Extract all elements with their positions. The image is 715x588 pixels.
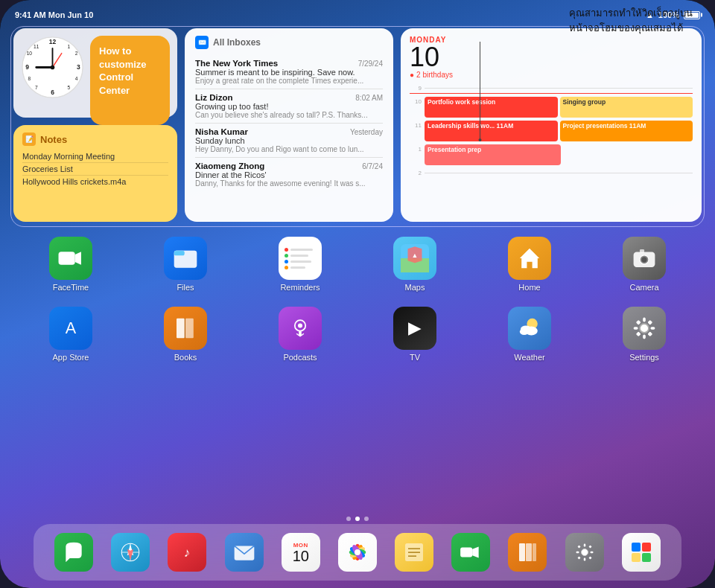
svg-point-16 [51,65,55,70]
cal-date: 10 [410,44,693,71]
page-dot-3[interactable] [364,517,369,521]
dock-calendar-date: 10 [293,549,309,563]
svg-rect-74 [533,543,536,561]
svg-rect-51 [636,331,641,336]
control-center-line2: customize [99,59,147,70]
status-time: 9:41 AM Mon Jun 10 [15,10,93,19]
svg-marker-71 [472,547,479,558]
dock-books[interactable] [508,533,547,572]
app-weather[interactable]: Weather [503,307,556,362]
dock-settings[interactable] [565,533,604,572]
app-settings[interactable]: Settings [618,307,670,362]
mail-widget-title: All Inboxes [213,37,261,48]
dock-photos-icon [338,533,377,572]
cal-grid: 9 10 Portfolio work session Singing grou… [410,83,693,217]
notes-widget[interactable]: 📝 Notes Monday Morning Meeting Groceries… [13,125,177,222]
cal-event-singing: Singing group [560,97,693,118]
home-icon [508,237,551,280]
svg-rect-20 [174,251,185,255]
svg-rect-86 [632,553,641,562]
dock-notes[interactable] [395,533,433,572]
app-home[interactable]: Home [503,237,556,292]
ipad-frame: 9:41 AM Mon Jun 10 ▲ 100% คุณสามารถทำให้… [0,0,715,588]
cal-event-project: Project presentations 11AM [560,121,693,141]
app-facetime[interactable]: FaceTime [45,237,97,292]
mail-item-1: Liz Dizon 8:02 AM Growing up too fast! C… [195,89,383,124]
svg-text:4: 4 [75,76,78,81]
svg-rect-33 [185,319,194,338]
podcasts-label: Podcasts [283,353,317,362]
svg-point-43 [640,324,649,333]
reminders-icon [279,237,322,280]
page-dot-1[interactable] [346,517,351,521]
app-books[interactable]: Books [159,307,212,362]
notes-widget-header: 📝 Notes [22,132,168,146]
camera-label: Camera [629,283,658,292]
svg-rect-48 [636,320,641,325]
svg-point-42 [520,329,529,335]
svg-rect-49 [647,331,652,336]
app-camera[interactable]: Camera [618,237,670,292]
cal-event-portfolio: Portfolio work session [425,97,558,118]
app-row-1: FaceTime Files [13,237,702,292]
cal-birthdays: ● 2 birthdays [410,71,693,79]
svg-rect-73 [526,543,532,561]
svg-point-29 [641,257,646,262]
dock-photos[interactable] [338,533,377,572]
control-center-line1: How to [99,45,131,57]
facetime-icon [49,237,92,280]
svg-text:▲: ▲ [412,252,419,259]
mail-widget[interactable]: ✉️ All Inboxes The New York Times 7/29/2… [185,28,393,222]
svg-rect-80 [577,545,580,548]
svg-rect-70 [460,548,472,557]
mail-item-2: Nisha Kumar Yesterday Sunday lunch Hey D… [195,124,383,158]
app-reminders[interactable]: Reminders [274,237,326,292]
svg-rect-72 [519,543,525,561]
svg-rect-84 [632,543,641,552]
dock-multitask[interactable] [622,533,661,572]
app-appstore[interactable]: A App Store [45,307,97,362]
dock-facetime[interactable] [451,533,490,572]
control-center-widget[interactable]: How to customize Control Center [90,36,170,125]
dock-mail[interactable] [225,533,264,572]
dock-safari[interactable] [111,533,150,572]
dock-messages[interactable] [54,533,93,572]
dock-calendar[interactable]: MON 10 [282,533,320,572]
svg-text:3: 3 [77,63,80,71]
app-maps[interactable]: ▲ Maps [389,237,441,292]
appstore-label: App Store [53,353,89,362]
dock-music-icon: ♪ [168,533,206,572]
annotation: คุณสามารถทำให้วิดเจ็ตอยู่บน หน้าจอโฮมของ… [569,6,693,35]
app-tv[interactable]: ▶ TV [389,307,441,362]
annotation-dot [479,138,482,141]
dock-notes-icon [395,533,433,572]
svg-rect-45 [643,334,646,339]
dock-facetime-icon [451,533,490,572]
notes-item-3: Hollywood Hills crickets.m4a [22,176,168,188]
annotation-line-v [480,42,480,138]
mail-item-3: Xiaomeng Zhong 6/7/24 Dinner at the Rico… [195,158,383,191]
books-icon [164,307,207,350]
page-dots [346,517,369,521]
svg-point-65 [355,549,360,555]
control-center-line3: Control [99,71,133,83]
svg-rect-46 [634,327,638,330]
svg-text:▶: ▶ [408,318,422,337]
svg-text:11: 11 [34,44,39,49]
svg-rect-87 [642,553,651,562]
svg-text:7: 7 [35,85,38,90]
appstore-icon: A [49,307,92,350]
svg-rect-32 [177,319,185,338]
calendar-widget[interactable]: MONDAY 10 ● 2 birthdays 9 10 [401,28,702,222]
notes-item-1: Monday Morning Meeting [22,150,168,163]
svg-text:9: 9 [25,63,29,71]
clock-widget[interactable]: 12 3 6 9 1 2 4 5 7 8 10 11 [13,28,177,118]
dock-music[interactable]: ♪ [168,533,206,572]
cal-day-name: MONDAY [410,36,693,44]
svg-rect-78 [576,552,579,554]
app-files[interactable]: Files [159,237,212,292]
page-dot-2[interactable] [355,517,360,521]
app-podcasts[interactable]: Podcasts [274,307,326,362]
svg-text:12: 12 [49,38,57,45]
weather-label: Weather [514,353,544,362]
